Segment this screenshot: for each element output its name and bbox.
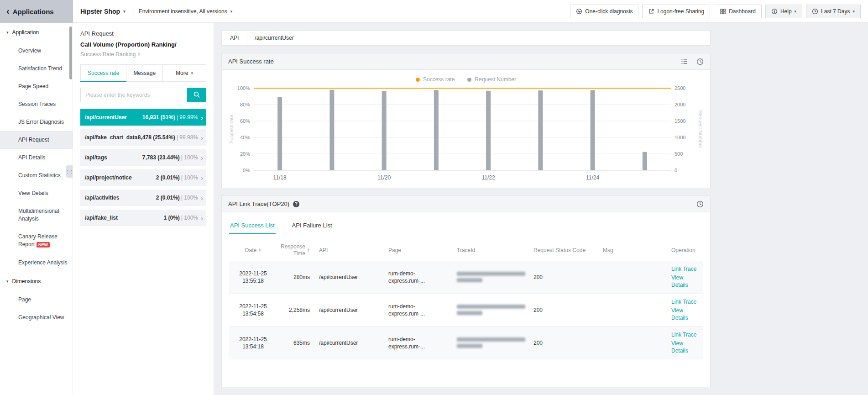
tab-message[interactable]: Message [126,65,163,81]
api-filter-value[interactable]: /api/currentUser [247,31,710,45]
sidebar-item-label: JS Error Diagnosis [18,119,64,125]
caret-down-icon: ▾ [852,9,855,14]
api-ranking-item[interactable]: /api/fake_list1 (0%) | 100%› [80,210,206,226]
tab-api-failure-list[interactable]: API Failure List [291,217,333,234]
svg-text:0: 0 [675,168,677,173]
panel-header-icons [681,58,704,65]
sidebar-item-view-details[interactable]: View Details [0,184,73,202]
sidebar-item-canary-release-report[interactable]: Canary Release ReportNEW [0,228,73,254]
sidebar-section-dimensions[interactable]: ▾Dimensions [0,272,73,291]
tab-success-rate[interactable]: Success rate [81,65,126,81]
sidebar-item-js-error-diagnosis[interactable]: JS Error Diagnosis [0,113,73,131]
sidebar-item-geographical-view[interactable]: Geographical View [0,309,73,327]
sidebar-item-custom-statistics[interactable]: Custom Statistics [0,167,73,184]
sidebar-item-page[interactable]: Page [0,291,73,309]
cell-api: /api/currentUser [314,327,384,359]
cell-msg [598,327,667,359]
api-ranking-item[interactable]: /api/activities2 (0.01%) | 100%› [80,190,206,206]
time-range-icon[interactable] [696,200,704,208]
tab-label: Success rate [88,70,119,76]
sidebar-item-session-traces[interactable]: Session Traces [0,95,73,113]
dashboard-icon [720,8,726,15]
view-details-link[interactable]: View Details [671,307,698,321]
ranking-sort-secondary[interactable]: Success Rate Ranking ▲▼ [80,51,206,58]
time-range-icon[interactable] [696,58,704,65]
api-call-volume: 2 (0.01%) [156,195,180,201]
api-success-rate: | 100% [181,215,198,221]
tab-more[interactable]: More▾ [163,65,206,81]
sidebar-item-satisfaction-trend[interactable]: Satisfaction Trend [0,60,73,78]
cell-date: 2022-11-25 13:55:18 [229,261,277,293]
api-ranking-item[interactable]: /api/fake_chart_data8,478 (25.54%) | 99.… [80,129,206,146]
sidebar-item-experience-analysis[interactable]: Experience Analysis [0,254,73,272]
link-trace-link[interactable]: Link Trace [671,265,696,273]
link-trace-link[interactable]: Link Trace [671,331,696,338]
svg-text:60%: 60% [240,118,250,124]
legend-dot [467,78,471,82]
sidebar-scrollbar-thumb[interactable] [69,26,72,79]
panel-header-icons [696,200,704,208]
column-header-api: API [314,240,384,261]
success-rate-chart: 0%020%50040%100060%150080%2000100%250011… [227,83,705,186]
api-call-volume: 2 (0.01%) [156,174,180,181]
one-click-diagnosis-button[interactable]: One-click diagnosis [570,5,638,18]
sort-icon: ▲▼ [307,248,310,252]
panel-header: API Link Trace(TOP20) ? [222,196,710,212]
applications-back-button[interactable]: ‹ Applications [0,0,73,23]
help-circle-icon[interactable]: ? [293,201,299,207]
sidebar-item-label: Experience Analysis [18,259,67,266]
search-bar [80,88,206,102]
application-name: Hipster Shop [80,8,120,15]
chevron-right-icon: › [201,215,203,221]
cell-api: /api/currentUser [314,294,384,326]
svg-text:20%: 20% [240,151,250,157]
dashboard-button[interactable]: Dashboard [714,5,762,18]
last-7-days-button[interactable]: Last 7 Days▾ [806,5,861,18]
cell-response-time: 635ms [277,327,314,359]
api-success-rate: | 100% [181,174,198,181]
search-icon [193,91,200,100]
logon-free-sharing-button[interactable]: Logon-free Sharing [642,5,710,18]
svg-text:100%: 100% [237,85,250,91]
api-ranking-item[interactable]: /api/project/notice2 (0.01%) | 100%› [80,169,206,186]
link-trace-link[interactable]: Link Trace [671,298,696,305]
tab-api-success-list[interactable]: API Success List [229,217,276,234]
cell-traceid-redacted [452,327,529,359]
sidebar-item-overview[interactable]: Overview [0,42,73,60]
api-ranking-item[interactable]: /api/currentUser16,931 (51%) | 99.99%› [80,109,206,126]
sidebar-item-api-details[interactable]: API Details [0,149,73,167]
button-label: Dashboard [729,8,756,15]
cell-page: rum-demo-express.rum-... [384,261,452,293]
view-details-link[interactable]: View Details [671,274,698,289]
sidebar-item-label: Page Speed [18,83,48,90]
chart-legend: Success rateRequest Number [227,76,705,83]
svg-text:1000: 1000 [675,135,685,140]
column-header-date[interactable]: Date ▲▼ [229,240,277,261]
application-selector[interactable]: Hipster Shop ▾ [80,8,125,15]
search-button[interactable] [187,88,206,102]
legend-request-number[interactable]: Request Number [467,76,516,83]
caret-down-icon: ▾ [795,9,797,14]
api-success-rate: | 100% [181,195,198,201]
api-path: /api/fake_list [85,215,118,221]
diagnosis-icon [576,8,582,15]
view-details-link[interactable]: View Details [671,340,698,354]
collapse-panel-handle[interactable]: ⋮⋮ [66,165,73,178]
column-header-response-time[interactable]: Response Time ▲▼ [277,240,314,261]
ranking-sort-primary[interactable]: Call Volume (Proportion) Ranking/ [80,40,206,49]
legend-success-rate[interactable]: Success rate [416,76,455,83]
list-view-icon[interactable] [681,58,688,65]
cell-msg [598,261,667,293]
sidebar-item-page-speed[interactable]: Page Speed [0,78,73,95]
sidebar-item-multidimensional-analysis[interactable]: Multidimensional Analysis [0,202,73,228]
sidebar-item-api-request[interactable]: API Request [0,131,73,149]
sidebar-section-application[interactable]: ▾Application [0,23,73,42]
search-input[interactable] [80,88,187,102]
chevron-right-icon: › [201,195,203,201]
api-ranking-item[interactable]: /api/tags7,783 (23.44%) | 100%› [80,149,206,166]
environment-selector[interactable]: Environment insensitive, All versions ▾ [139,8,233,15]
panel-title: API Link Trace(TOP20) [228,200,289,207]
clock-icon [812,8,818,15]
page-layout: ▾ApplicationOverviewSatisfaction TrendPa… [0,23,868,395]
help-button[interactable]: Help▾ [765,5,802,18]
